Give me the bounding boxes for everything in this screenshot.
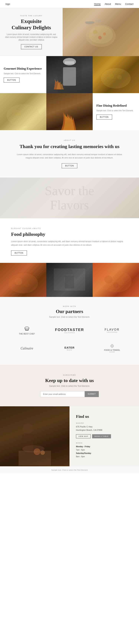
- gallery-desc-1: Sample text. Click to select the Text El…: [4, 72, 41, 75]
- partners-section: WORK WITH Our partners Sample text. Clic…: [0, 296, 139, 365]
- svg-point-7: [95, 20, 103, 22]
- about-title: Thank you for creating lasting memories …: [15, 144, 124, 150]
- svg-point-12: [101, 68, 131, 88]
- svg-rect-10: [65, 61, 74, 64]
- watermark-text: Savor the Flavors: [45, 184, 94, 212]
- gallery-image-fire: [46, 93, 93, 130]
- svg-point-25: [104, 276, 112, 284]
- partner-eater-sub: Mobile: [67, 349, 72, 351]
- svg-point-13: [108, 74, 114, 79]
- subscribe-email-input[interactable]: [40, 391, 85, 397]
- philosophy-images: [0, 263, 139, 296]
- partner-eater-name: EATER: [65, 346, 75, 349]
- gallery-desc-2: Sample text. Click to select the Text El…: [96, 109, 133, 112]
- navigation: logo Home About Menu Contact: [0, 0, 139, 8]
- about-description: Lorem ipsum dolor sit amet, consectetur …: [15, 153, 124, 160]
- find-us-image: [0, 406, 70, 466]
- philosophy-image-2: [46, 263, 93, 297]
- about-eyebrow: ABOUT US: [15, 140, 124, 141]
- gallery-text-cell-1: Gourmet Dining Experience Sample text. C…: [0, 56, 46, 93]
- partners-eyebrow: WORK WITH: [8, 306, 131, 307]
- hero-image: [63, 8, 139, 56]
- svg-point-22: [66, 269, 73, 276]
- gallery-text-cell-2: Fine Dining Redefined Sample text. Click…: [93, 93, 139, 130]
- book-table-button[interactable]: BOOK A TABLE: [92, 434, 111, 438]
- philosophy-image-1: [0, 263, 46, 297]
- footer: Sample text. Click to select the Text El…: [0, 466, 139, 474]
- logo: logo: [6, 2, 10, 5]
- hero-cta-button[interactable]: CONTACT US: [21, 44, 42, 49]
- find-us-where-label: WHERE: [76, 422, 132, 424]
- find-us-image-overlay: [0, 406, 70, 466]
- svg-rect-11: [63, 67, 76, 86]
- nav-about[interactable]: About: [105, 2, 111, 5]
- philosophy-eyebrow: ELEGANT CUISINE AWAITS: [11, 228, 128, 229]
- gallery-image-2: [93, 56, 139, 93]
- philosophy-image-3: [93, 263, 139, 297]
- philosophy-section: ELEGANT CUISINE AWAITS Food philosophy L…: [0, 218, 139, 261]
- partner-best-chef: THE BEST CHEF: [8, 324, 46, 338]
- philosophy-button[interactable]: BUTTON: [11, 250, 27, 256]
- gallery-section: Gourmet Dining Experience Sample text. C…: [0, 56, 139, 130]
- gallery-button-2[interactable]: BUTTON: [96, 114, 112, 120]
- find-us-hours: Monday - Friday 7am - 6pm Saturday/Sunda…: [76, 445, 132, 458]
- find-us-when-label: WHEN: [76, 442, 132, 444]
- gallery-button-1[interactable]: BUTTON: [4, 78, 20, 82]
- svg-point-37: [34, 448, 40, 455]
- hours-weekend-label: Saturday/Sunday: [76, 452, 91, 454]
- subscribe-section: SUBSCRIBE Keep up to date with us Sample…: [0, 365, 139, 406]
- gallery-image-chef: [46, 56, 93, 93]
- svg-point-3: [103, 32, 106, 35]
- hero-food-image: [63, 8, 139, 56]
- partners-title: Our partners: [8, 309, 131, 314]
- partner-flavor-sub: CALIFORNIA: [107, 331, 117, 333]
- svg-point-1: [89, 26, 113, 44]
- find-us-section: Find us WHERE 676 Pacific C Hwy Huntingt…: [0, 406, 139, 466]
- hero-title: Exquisite Culinary Delights: [12, 18, 51, 30]
- svg-rect-23: [65, 276, 74, 288]
- svg-point-2: [93, 30, 97, 34]
- partner-flavor-name: FLAVOR: [105, 328, 120, 331]
- subscribe-eyebrow: SUBSCRIBE: [15, 374, 124, 376]
- svg-point-4: [98, 36, 102, 40]
- gallery-title-1: Gourmet Dining Experience: [4, 67, 42, 71]
- hours-weekdays-time: 7am - 6pm: [76, 449, 85, 451]
- svg-point-19: [24, 281, 30, 287]
- svg-point-15: [7, 104, 40, 126]
- hero-text-block: TASTE THE LUXURY Exquisite Culinary Deli…: [0, 8, 63, 56]
- gallery-grid: Gourmet Dining Experience Sample text. C…: [0, 56, 139, 130]
- partner-best-chef-name: THE BEST CHEF: [19, 333, 35, 335]
- partner-food-travel-sub: GUIDE: [109, 351, 115, 353]
- travel-icon: [110, 344, 114, 348]
- subscribe-subtitle: Sample text. Click to select the Text El…: [15, 385, 124, 387]
- svg-rect-6: [85, 21, 94, 23]
- hours-weekend-time: 8am - 6pm: [76, 456, 85, 458]
- partner-foodtaster: FOODTASTER CALIFORNIA: [50, 325, 89, 336]
- subscribe-title: Keep up to date with us: [15, 378, 124, 383]
- find-us-content: Find us WHERE 676 Pacific C Hwy Huntingt…: [70, 406, 139, 466]
- svg-point-17: [8, 273, 38, 294]
- svg-point-27: [113, 282, 119, 288]
- about-section: ABOUT US Thank you for creating lasting …: [0, 130, 139, 178]
- nav-home[interactable]: Home: [94, 2, 101, 6]
- chef-hat-icon: [24, 326, 30, 332]
- gallery-image-3: [0, 93, 46, 130]
- footer-text: Sample text. Click to select the Text El…: [8, 469, 131, 471]
- partner-culinaire: Culinaire: [8, 344, 46, 353]
- partner-foodtaster-name: FOODTASTER: [55, 328, 84, 332]
- find-us-title: Find us: [76, 414, 132, 419]
- hero-section: TASTE THE LUXURY Exquisite Culinary Deli…: [0, 8, 139, 56]
- hours-weekdays-label: Monday - Friday: [76, 446, 90, 448]
- partners-subtitle: Sample text. Click to select the Text El…: [8, 316, 131, 318]
- partner-foodtaster-sub: CALIFORNIA: [64, 332, 75, 334]
- nav-contact[interactable]: Contact: [125, 2, 133, 5]
- view-map-button[interactable]: VIEW MAP: [76, 434, 91, 438]
- find-us-address: 676 Pacific C Hwy Huntington Beach, CA 0…: [76, 425, 132, 432]
- watermark-section: Savor the Flavors: [0, 178, 139, 218]
- about-button[interactable]: BUTTON: [62, 163, 77, 168]
- nav-menu[interactable]: Menu: [115, 2, 121, 5]
- svg-point-18: [15, 278, 22, 285]
- partner-food-travel: FOOD & TRAVEL GUIDE: [93, 341, 131, 356]
- subscribe-submit-button[interactable]: SUBMIT: [85, 391, 99, 397]
- hero-eyebrow: TASTE THE LUXURY: [20, 15, 42, 17]
